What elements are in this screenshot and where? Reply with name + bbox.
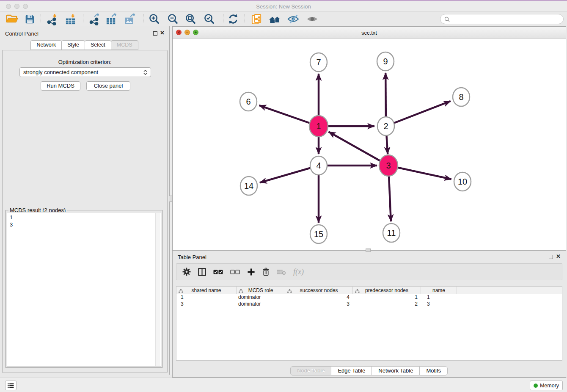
zoom-selected-icon[interactable] — [202, 13, 216, 25]
mcds-result-scrollbar[interactable] — [155, 213, 160, 366]
table-panel-title: Table Panel — [178, 254, 206, 260]
graph-node-9[interactable]: 9 — [377, 52, 394, 71]
table-panel-close-icon[interactable]: ✕ — [556, 254, 561, 259]
svg-text:6: 6 — [246, 97, 250, 106]
graph-node-10[interactable]: 10 — [454, 172, 471, 191]
graph-node-1[interactable]: 1 — [309, 116, 328, 137]
mcds-result-line: 1 — [10, 214, 158, 221]
horizontal-splitter-grip[interactable] — [366, 248, 371, 252]
table-cell[interactable]: 3 — [421, 301, 457, 308]
memory-button-label: Memory — [540, 383, 559, 389]
column-header-label: name — [432, 287, 445, 293]
column-header-label: shared name — [191, 287, 221, 293]
window-top-edge — [0, 0, 567, 1]
column-header-shared-name[interactable]: shared name — [176, 287, 237, 294]
tab-network[interactable]: Network — [30, 40, 62, 50]
mcds-result-textarea[interactable]: 13 — [7, 212, 161, 367]
table-cell[interactable]: 4 — [285, 294, 353, 301]
select-all-checkboxes-icon[interactable] — [213, 266, 223, 277]
application-window: Session: New Session — [0, 0, 567, 392]
save-session-icon[interactable] — [23, 13, 36, 25]
svg-text:11: 11 — [387, 228, 396, 237]
graph-node-11[interactable]: 11 — [383, 224, 400, 242]
table-settings-icon[interactable] — [182, 266, 191, 277]
table-panel: Table Panel ✕ f(x) — [172, 251, 566, 378]
column-header-predecessor-nodes[interactable]: predecessor nodes — [353, 287, 421, 294]
show-all-icon[interactable] — [306, 13, 319, 25]
search-box[interactable] — [440, 14, 564, 24]
tab-network-table[interactable]: Network Table — [372, 366, 420, 375]
table-cell[interactable]: 3 — [285, 301, 353, 308]
svg-text:10: 10 — [458, 177, 467, 186]
tab-style[interactable]: Style — [61, 40, 85, 50]
table-cell[interactable]: dominator — [237, 301, 285, 308]
graph-node-4[interactable]: 4 — [310, 156, 327, 175]
table-cell[interactable]: 3 — [176, 301, 237, 308]
graph-edge-3-1[interactable] — [329, 132, 388, 166]
column-header-successor-nodes[interactable]: successor nodes — [285, 287, 353, 294]
hide-selected-icon[interactable] — [286, 13, 300, 25]
import-table-icon[interactable] — [63, 13, 77, 25]
graph-node-2[interactable]: 2 — [377, 117, 394, 135]
graph-node-8[interactable]: 8 — [453, 88, 470, 106]
export-image-icon[interactable] — [123, 13, 137, 25]
add-row-icon[interactable] — [247, 266, 255, 277]
zoom-fit-icon[interactable] — [184, 13, 197, 25]
column-header-label: predecessor nodes — [365, 287, 408, 293]
network-window-title: scc.txt — [173, 30, 566, 36]
graph-edge-4-14[interactable] — [260, 166, 319, 182]
table-row[interactable]: 3dominator323 — [176, 301, 562, 308]
memory-button[interactable]: Memory — [530, 381, 563, 390]
run-mcds-button[interactable]: Run MCDS — [41, 81, 80, 91]
graph-node-6[interactable]: 6 — [240, 92, 257, 111]
close-panel-button[interactable]: Close panel — [86, 81, 130, 91]
manage-networks-icon[interactable] — [250, 13, 263, 25]
toolbar-divider — [143, 14, 143, 24]
table-cell[interactable]: dominator — [237, 294, 285, 301]
zoom-in-icon[interactable] — [147, 13, 161, 25]
table-panel-float-icon[interactable] — [549, 255, 553, 259]
task-history-button[interactable] — [5, 381, 17, 390]
toolbar-divider — [83, 14, 83, 24]
toolbar-divider — [223, 14, 223, 24]
export-table-icon[interactable] — [105, 13, 118, 25]
node-table: shared nameMCDS rolesuccessor nodesprede… — [176, 286, 562, 361]
table-cell[interactable]: 1 — [421, 294, 457, 301]
column-header-label: MCDS role — [248, 287, 273, 293]
import-network-icon[interactable] — [45, 13, 59, 25]
tab-select[interactable]: Select — [85, 40, 111, 50]
control-panel-float-icon[interactable] — [153, 31, 157, 36]
graph-node-14[interactable]: 14 — [240, 177, 257, 195]
memory-status-icon — [534, 384, 538, 388]
delete-row-icon[interactable] — [262, 266, 270, 277]
tab-motifs[interactable]: Motifs — [419, 366, 448, 375]
table-cell[interactable]: 2 — [353, 301, 421, 308]
tab-mcds[interactable]: MCDS — [111, 40, 138, 50]
column-chooser-icon[interactable] — [198, 266, 206, 277]
first-neighbors-icon[interactable] — [268, 13, 281, 25]
column-header-name[interactable]: name — [421, 287, 457, 294]
column-header-MCDS-role[interactable]: MCDS role — [237, 287, 285, 294]
table-cell[interactable]: 1 — [353, 294, 421, 301]
table-row[interactable]: 1dominator411 — [176, 294, 562, 301]
table-cell[interactable]: 1 — [176, 294, 237, 301]
optimization-criterion-select[interactable]: strongly connected component — [19, 67, 151, 77]
graph-edge-2-8[interactable] — [386, 101, 451, 126]
open-session-icon[interactable] — [5, 13, 19, 25]
zoom-out-icon[interactable] — [166, 13, 179, 25]
search-input[interactable] — [452, 16, 559, 22]
window-title: Session: New Session — [0, 3, 567, 10]
control-panel-close-icon[interactable]: ✕ — [160, 30, 165, 36]
deselect-all-checkboxes-icon[interactable] — [230, 266, 240, 277]
network-window-titlebar: ✕ − + scc.txt — [173, 27, 566, 39]
graph-node-15[interactable]: 15 — [310, 225, 327, 243]
graph-node-7[interactable]: 7 — [310, 53, 327, 72]
apply-layout-icon[interactable] — [226, 13, 240, 25]
toolbar-divider — [41, 14, 41, 24]
column-type-icon — [239, 288, 243, 294]
table-header-row: shared nameMCDS rolesuccessor nodesprede… — [176, 286, 562, 294]
tab-edge-table[interactable]: Edge Table — [331, 366, 372, 375]
tab-node-table[interactable]: Node Table — [290, 366, 332, 375]
graph-node-3[interactable]: 3 — [379, 155, 398, 176]
export-network-icon[interactable] — [88, 13, 101, 25]
